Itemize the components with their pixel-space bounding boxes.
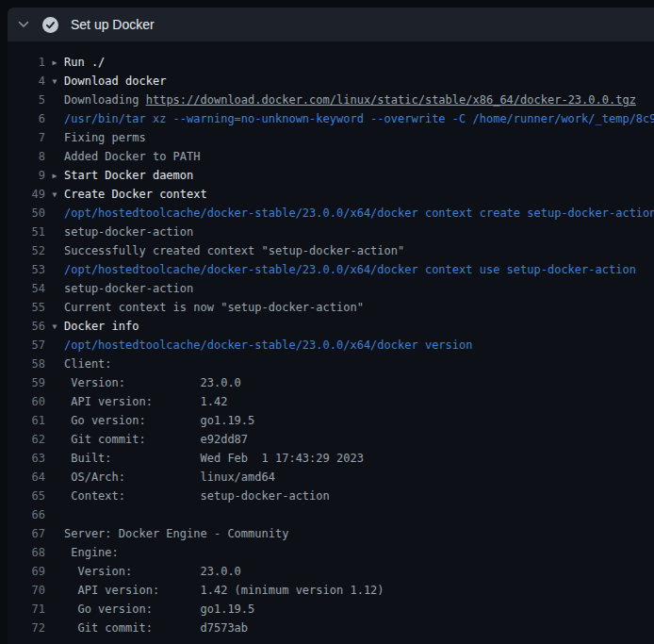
line-number[interactable]: 64 [8,468,45,487]
log-text: Downloading https://download.docker.com/… [64,91,636,109]
check-circle-icon [42,17,58,33]
log-row: 55Current context is now "setup-docker-a… [8,298,654,317]
log-text: Git commit: e92dd87 [64,430,248,449]
log-row: 63 Built: Wed Feb 1 17:43:29 2023 [8,449,654,468]
log-text: Version: 23.0.0 [64,562,241,581]
line-number[interactable]: 69 [8,562,45,581]
log-text: setup-docker-action [64,279,193,298]
log-row: 70 API version: 1.42 (minimum version 1.… [8,581,654,600]
log-row: 51setup-docker-action [8,223,654,241]
log-text: Server: Docker Engine - Community [64,524,288,543]
group-title: Download docker [64,72,166,91]
log-text: Added Docker to PATH [64,147,201,166]
log-group-row[interactable]: 49▼Create Docker context [8,185,654,204]
line-number[interactable]: 65 [8,487,45,505]
log-row: 6/usr/bin/tar xz --warning=no-unknown-ke… [8,109,654,128]
line-number[interactable]: 67 [8,524,45,543]
step-log-container: Set up Docker 1▶Run ./4▼Download docker5… [8,8,654,644]
log-link[interactable]: https://download.docker.com/linux/static… [146,93,636,107]
log-text: Built: Wed Feb 1 17:43:29 2023 [64,449,364,468]
line-number[interactable]: 66 [8,505,45,524]
log-row: 64 OS/Arch: linux/amd64 [8,468,654,487]
log-row: 60 API version: 1.42 [8,392,654,411]
line-number[interactable]: 72 [8,619,45,637]
log-row: 7Fixing perms [8,128,654,147]
log-command-text: /opt/hostedtoolcache/docker-stable/23.0.… [64,260,636,279]
log-group-row[interactable]: 1▶Run ./ [8,53,654,72]
line-number[interactable]: 61 [8,411,45,430]
line-number[interactable]: 51 [8,223,45,241]
log-row: 52Successfully created context "setup-do… [8,241,654,260]
log-text: OS/Arch: linux/amd64 [64,468,275,487]
step-header[interactable]: Set up Docker [8,8,654,41]
log-row: 5Downloading https://download.docker.com… [8,91,654,109]
log-row: 8Added Docker to PATH [8,147,654,166]
group-expanded-arrow-icon[interactable]: ▼ [53,190,57,199]
log-row: 72 Git commit: d7573ab [8,619,654,637]
line-number[interactable]: 55 [8,298,45,317]
line-number[interactable]: 58 [8,355,45,373]
log-row: 53/opt/hostedtoolcache/docker-stable/23.… [8,260,654,279]
line-number[interactable]: 49 [8,185,45,204]
log-row: 61 Go version: go1.19.5 [8,411,654,430]
group-expanded-arrow-icon[interactable]: ▼ [53,322,57,331]
log-body: 1▶Run ./4▼Download docker5Downloading ht… [8,41,654,637]
step-title: Set up Docker [71,17,155,32]
log-group-row[interactable]: 4▼Download docker [8,72,654,91]
line-number[interactable]: 52 [8,241,45,260]
group-title: Start Docker daemon [64,166,193,185]
log-group-row[interactable]: 56▼Docker info [8,317,654,336]
chevron-down-icon[interactable] [18,19,29,30]
line-number[interactable]: 62 [8,430,45,449]
log-row: 67Server: Docker Engine - Community [8,524,654,543]
log-text: Go version: go1.19.5 [64,600,254,619]
line-number[interactable]: 9 [8,166,45,185]
line-number[interactable]: 1 [8,53,45,72]
line-number[interactable]: 5 [8,91,45,109]
line-number[interactable]: 68 [8,543,45,562]
log-text: Go version: go1.19.5 [64,411,254,430]
log-row: 59 Version: 23.0.0 [8,373,654,392]
log-row: 68 Engine: [8,543,654,562]
line-number[interactable]: 7 [8,128,45,147]
log-row: 50/opt/hostedtoolcache/docker-stable/23.… [8,204,654,223]
line-number[interactable]: 53 [8,260,45,279]
log-row: 66 [8,505,654,524]
line-number[interactable]: 60 [8,392,45,411]
group-collapsed-arrow-icon[interactable]: ▶ [53,172,57,180]
log-row: 57/opt/hostedtoolcache/docker-stable/23.… [8,336,654,355]
log-text: Current context is now "setup-docker-act… [64,298,364,317]
line-number[interactable]: 70 [8,581,45,600]
group-title: Run ./ [64,53,105,72]
line-number[interactable]: 8 [8,147,45,166]
log-row: 62 Git commit: e92dd87 [8,430,654,449]
group-title: Create Docker context [64,185,207,204]
log-text: API version: 1.42 (minimum version 1.12) [64,581,384,600]
group-title: Docker info [64,317,139,336]
line-number[interactable]: 71 [8,600,45,619]
line-number[interactable]: 54 [8,279,45,298]
log-text: setup-docker-action [64,223,193,241]
log-text: Engine: [64,543,119,562]
log-command-text: /usr/bin/tar xz --warning=no-unknown-key… [64,109,654,128]
log-group-row[interactable]: 9▶Start Docker daemon [8,166,654,185]
log-row: 71 Go version: go1.19.5 [8,600,654,619]
log-text: Downloading [64,93,146,107]
log-command-text: /opt/hostedtoolcache/docker-stable/23.0.… [64,204,654,223]
log-row: 69 Version: 23.0.0 [8,562,654,581]
log-text: Version: 23.0.0 [64,373,241,392]
group-expanded-arrow-icon[interactable]: ▼ [53,77,57,86]
line-number[interactable]: 4 [8,72,45,91]
line-number[interactable]: 56 [8,317,45,336]
log-row: 58Client: [8,355,654,373]
log-text: Git commit: d7573ab [64,619,248,637]
line-number[interactable]: 57 [8,336,45,355]
log-text: Successfully created context "setup-dock… [64,241,404,260]
line-number[interactable]: 63 [8,449,45,468]
group-collapsed-arrow-icon[interactable]: ▶ [53,58,57,67]
line-number[interactable]: 50 [8,204,45,223]
line-number[interactable]: 6 [8,109,45,128]
log-text: API version: 1.42 [64,392,227,411]
line-number[interactable]: 59 [8,373,45,392]
log-row: 54setup-docker-action [8,279,654,298]
